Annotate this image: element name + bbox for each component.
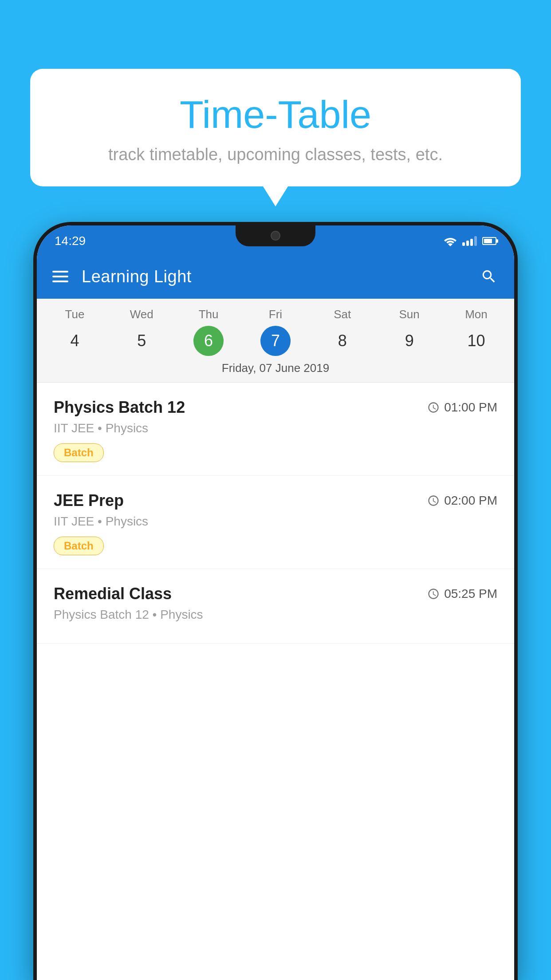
clock-icon-3 [427, 588, 440, 600]
bubble-subtitle: track timetable, upcoming classes, tests… [57, 145, 494, 164]
day-5[interactable]: 5 [108, 326, 175, 356]
class-sub-1: IIT JEE • Physics [54, 421, 497, 435]
speech-bubble: Time-Table track timetable, upcoming cla… [30, 69, 521, 186]
hamburger-menu-icon[interactable] [52, 271, 68, 282]
class-time-1: 01:00 PM [427, 400, 497, 415]
phone-notch [236, 222, 315, 246]
search-icon [480, 268, 497, 285]
day-8[interactable]: 8 [309, 326, 376, 356]
class-item-2[interactable]: JEE Prep 02:00 PM IIT JEE • Physics Batc… [37, 476, 514, 569]
day-header-fri: Fri [242, 308, 309, 321]
class-item-2-header: JEE Prep 02:00 PM [54, 491, 497, 510]
class-name-3: Remedial Class [54, 585, 172, 603]
speech-bubble-container: Time-Table track timetable, upcoming cla… [30, 69, 521, 186]
day-num-5: 5 [126, 326, 157, 356]
app-bar: Learning Light [37, 254, 514, 299]
class-item-3-header: Remedial Class 05:25 PM [54, 585, 497, 603]
day-10[interactable]: 10 [443, 326, 510, 356]
battery-icon [482, 237, 496, 245]
class-time-3: 05:25 PM [427, 587, 497, 601]
signal-icon [462, 236, 477, 246]
day-num-8: 8 [327, 326, 358, 356]
day-header-sun: Sun [376, 308, 443, 321]
status-icons [444, 236, 496, 246]
day-num-4: 4 [59, 326, 90, 356]
day-header-sat: Sat [309, 308, 376, 321]
day-num-10: 10 [461, 326, 491, 356]
class-item-3[interactable]: Remedial Class 05:25 PM Physics Batch 12… [37, 569, 514, 644]
day-header-wed: Wed [108, 308, 175, 321]
day-header-thu: Thu [175, 308, 242, 321]
batch-badge-2: Batch [54, 537, 104, 555]
day-7[interactable]: 7 [242, 326, 309, 356]
hamburger-line-3 [52, 281, 68, 282]
day-header-tue: Tue [41, 308, 108, 321]
class-sub-3: Physics Batch 12 • Physics [54, 608, 497, 622]
day-6[interactable]: 6 [175, 326, 242, 356]
hamburger-line-2 [52, 276, 68, 277]
batch-badge-1: Batch [54, 443, 104, 462]
class-item-1-header: Physics Batch 12 01:00 PM [54, 398, 497, 417]
app-title: Learning Light [82, 267, 466, 286]
status-time: 14:29 [55, 234, 86, 248]
day-num-9: 9 [394, 326, 425, 356]
phone-camera [271, 231, 280, 241]
day-headers: Tue Wed Thu Fri Sat Sun Mon [41, 308, 510, 321]
clock-icon-1 [427, 401, 440, 414]
class-time-text-2: 02:00 PM [444, 494, 497, 508]
class-time-2: 02:00 PM [427, 494, 497, 508]
day-4[interactable]: 4 [41, 326, 108, 356]
selected-date-label: Friday, 07 June 2019 [41, 361, 510, 382]
bubble-title: Time-Table [57, 93, 494, 136]
phone-frame: 14:29 [33, 222, 518, 980]
wifi-icon [444, 236, 457, 246]
day-num-7: 7 [260, 326, 291, 356]
phone-screen: 14:29 [37, 225, 514, 980]
class-item-1[interactable]: Physics Batch 12 01:00 PM IIT JEE • Phys… [37, 383, 514, 476]
clock-icon-2 [427, 494, 440, 507]
class-time-text-3: 05:25 PM [444, 587, 497, 601]
class-time-text-1: 01:00 PM [444, 400, 497, 415]
day-numbers: 4 5 6 7 8 9 10 [41, 326, 510, 356]
calendar-strip: Tue Wed Thu Fri Sat Sun Mon 4 5 6 7 [37, 299, 514, 383]
day-num-6: 6 [193, 326, 224, 356]
day-9[interactable]: 9 [376, 326, 443, 356]
class-sub-2: IIT JEE • Physics [54, 514, 497, 529]
search-button[interactable] [479, 267, 499, 286]
hamburger-line-1 [52, 271, 68, 273]
class-name-1: Physics Batch 12 [54, 398, 185, 417]
class-name-2: JEE Prep [54, 491, 124, 510]
day-header-mon: Mon [443, 308, 510, 321]
